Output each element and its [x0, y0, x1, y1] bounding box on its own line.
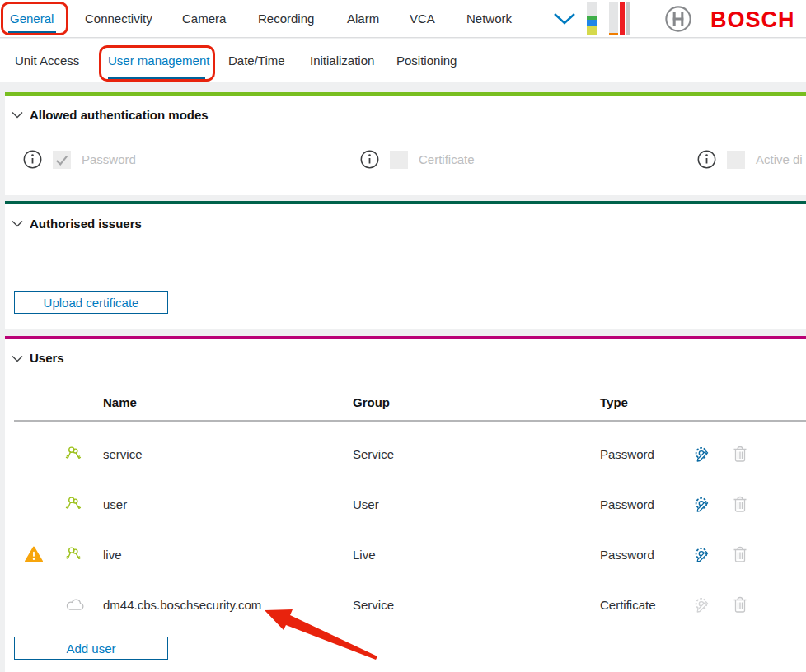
- section-authorised-issuers: Authorised issuers Upload certificate: [5, 201, 806, 329]
- gear-edit-icon[interactable]: [692, 544, 713, 564]
- table-row-user: user User Password: [5, 478, 806, 529]
- tab-vca[interactable]: VCA: [410, 12, 435, 26]
- user-type: Certificate: [600, 597, 656, 611]
- column-header-name: Name: [103, 395, 137, 409]
- tab-camera[interactable]: Camera: [182, 12, 226, 26]
- tab-date-time[interactable]: Date/Time: [228, 54, 285, 68]
- user-name: dm44.cbs.boschsecurity.com: [103, 597, 261, 611]
- user-name: user: [103, 497, 127, 511]
- section-auth-modes: Allowed authentication modes Password: [5, 92, 806, 195]
- certificate-option-label: Certificate: [419, 152, 475, 166]
- password-option-label: Password: [82, 152, 136, 166]
- load-gauge: [587, 2, 597, 35]
- table-header-divider: [14, 420, 806, 422]
- section-title: Authorised issuers: [30, 217, 142, 231]
- trash-icon[interactable]: [732, 595, 748, 614]
- bosch-armature-icon: [664, 5, 692, 33]
- add-user-button[interactable]: Add user: [14, 637, 168, 660]
- column-header-group: Group: [353, 395, 390, 409]
- auth-option-password: Password: [23, 150, 136, 169]
- trash-icon[interactable]: [732, 495, 748, 513]
- tab-general[interactable]: General: [10, 12, 54, 26]
- user-group: User: [353, 497, 379, 511]
- active-tab-underline: [8, 31, 56, 35]
- user-group: Live: [353, 547, 376, 561]
- info-icon[interactable]: [697, 150, 716, 169]
- tab-unit-access[interactable]: Unit Access: [15, 54, 79, 68]
- upload-certificate-button[interactable]: Upload certificate: [14, 291, 168, 314]
- info-icon[interactable]: [23, 150, 42, 169]
- top-nav: General Connectivity Camera Recording Al…: [0, 0, 806, 38]
- section-users: Users Name Group Type service Service Pa…: [5, 336, 806, 672]
- chevron-down-icon[interactable]: [12, 111, 23, 119]
- column-header-type: Type: [600, 395, 628, 409]
- gear-edit-icon: [692, 594, 713, 614]
- checkmark-icon: [54, 153, 69, 166]
- table-row-service: service Service Password: [5, 428, 806, 478]
- active-directory-option-label: Active di: [756, 152, 803, 166]
- tab-positioning[interactable]: Positioning: [396, 54, 457, 68]
- active-directory-checkbox[interactable]: [727, 151, 745, 169]
- chevron-down-icon[interactable]: [552, 12, 577, 26]
- table-row-certificate-user: dm44.cbs.boschsecurity.com Service Certi…: [5, 579, 806, 629]
- auth-option-active-directory: Active di: [697, 150, 803, 169]
- gear-edit-icon[interactable]: [692, 493, 713, 514]
- tab-alarm[interactable]: Alarm: [347, 12, 379, 26]
- auth-option-certificate: Certificate: [360, 150, 475, 169]
- chevron-down-icon[interactable]: [12, 355, 23, 362]
- warning-triangle-icon: [25, 546, 43, 562]
- user-type: Password: [600, 497, 654, 511]
- brand-wordmark: BOSCH: [710, 7, 795, 33]
- bosch-camera-settings-page: General Connectivity Camera Recording Al…: [0, 0, 806, 672]
- active-subtab-underline: [108, 77, 205, 81]
- user-type: Password: [600, 446, 654, 460]
- trash-icon[interactable]: [732, 445, 748, 463]
- user-keys-icon: [64, 495, 82, 513]
- info-icon[interactable]: [360, 150, 379, 169]
- user-name: live: [103, 547, 122, 561]
- sub-nav: Unit Access User management Date/Time In…: [0, 39, 806, 82]
- tab-initialization[interactable]: Initialization: [310, 54, 374, 68]
- tab-network[interactable]: Network: [466, 12, 512, 26]
- user-keys-icon: [64, 545, 82, 563]
- gear-edit-icon[interactable]: [692, 443, 713, 464]
- user-group: Service: [353, 597, 394, 611]
- cloud-icon: [64, 597, 86, 611]
- user-keys-icon: [64, 445, 82, 463]
- certificate-checkbox[interactable]: [390, 151, 408, 169]
- section-title: Allowed authentication modes: [30, 108, 209, 122]
- section-title: Users: [30, 351, 64, 365]
- user-type: Password: [600, 547, 654, 561]
- tab-connectivity[interactable]: Connectivity: [85, 12, 152, 26]
- tab-user-management[interactable]: User management: [108, 54, 209, 68]
- status-bar: [626, 2, 630, 35]
- table-row-live: live Live Password: [5, 529, 806, 579]
- user-name: service: [103, 446, 143, 460]
- trash-icon[interactable]: [732, 545, 748, 563]
- password-checkbox[interactable]: [53, 151, 71, 169]
- recording-status-bar: [620, 2, 625, 35]
- chevron-down-icon[interactable]: [12, 220, 23, 227]
- tab-recording[interactable]: Recording: [258, 12, 314, 26]
- user-group: Service: [353, 446, 394, 460]
- storage-gauge: [609, 2, 618, 35]
